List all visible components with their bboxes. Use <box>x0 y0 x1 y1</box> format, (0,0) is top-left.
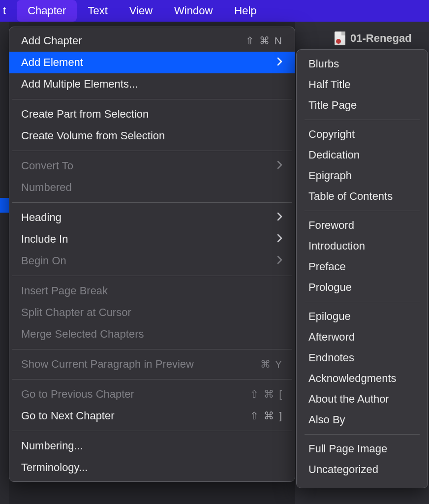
menu-separator <box>12 349 292 349</box>
submenu-item-also-by[interactable]: Also By <box>297 410 428 430</box>
submenu-item-label: About the Author <box>308 393 389 406</box>
submenu-item-label: Copyright <box>308 128 355 141</box>
menu-item-go-to-next-chapter[interactable]: Go to Next Chapter⇧ ⌘ ] <box>9 405 295 427</box>
submenu-item-title-page[interactable]: Title Page <box>297 95 428 116</box>
menu-item-label: Merge Selected Chapters <box>21 328 283 341</box>
submenu-item-label: Foreword <box>308 219 354 232</box>
submenu-item-acknowledgments[interactable]: Acknowledgments <box>297 368 428 389</box>
submenu-item-label: Blurbs <box>308 58 339 70</box>
menu-item-label: Convert To <box>21 159 274 172</box>
menu-item-label: Create Part from Selection <box>21 108 283 121</box>
submenu-item-label: Endnotes <box>308 351 354 364</box>
submenu-item-half-title[interactable]: Half Title <box>297 74 428 95</box>
menu-item-label: Split Chapter at Cursor <box>21 306 283 319</box>
menu-separator <box>12 276 292 276</box>
menu-item-window[interactable]: Window <box>163 0 223 22</box>
menu-item-heading[interactable]: Heading <box>9 207 295 228</box>
left-gutter <box>0 22 9 504</box>
submenu-item-prologue[interactable]: Prologue <box>297 277 428 298</box>
submenu-item-table-of-contents[interactable]: Table of Contents <box>297 186 428 207</box>
menu-item-text[interactable]: Text <box>77 0 118 22</box>
add-element-submenu: BlurbsHalf TitleTitle PageCopyrightDedic… <box>296 49 428 488</box>
menu-item-label: Go to Next Chapter <box>21 410 250 422</box>
menu-separator <box>12 151 292 151</box>
submenu-item-epilogue[interactable]: Epilogue <box>297 306 428 327</box>
menu-item-shortcut: ⌘ Y <box>260 358 283 370</box>
submenu-item-introduction[interactable]: Introduction <box>297 236 428 256</box>
sidebar-selection-indicator <box>0 198 9 213</box>
menu-item-convert-to: Convert To <box>9 155 295 177</box>
submenu-item-uncategorized[interactable]: Uncategorized <box>297 459 428 480</box>
submenu-indicator <box>274 211 283 224</box>
submenu-item-label: Epigraph <box>308 169 352 182</box>
menu-item-create-volume-from-selection[interactable]: Create Volume from Selection <box>9 125 295 147</box>
submenu-item-copyright[interactable]: Copyright <box>297 124 428 145</box>
submenu-item-label: Full Page Image <box>308 442 387 455</box>
menu-item-merge-selected-chapters: Merge Selected Chapters <box>9 323 295 345</box>
document-tab[interactable]: 01-Renegad <box>335 32 412 45</box>
menu-item-shortcut: ⇧ ⌘ [ <box>250 388 283 400</box>
menu-item-help[interactable]: Help <box>223 0 267 22</box>
submenu-item-about-the-author[interactable]: About the Author <box>297 389 428 410</box>
menu-item-include-in[interactable]: Include In <box>9 228 295 250</box>
submenu-item-label: Half Title <box>308 78 351 91</box>
submenu-item-epigraph[interactable]: Epigraph <box>297 165 428 186</box>
submenu-indicator <box>274 159 283 172</box>
submenu-item-label: Afterword <box>308 331 355 344</box>
submenu-item-dedication[interactable]: Dedication <box>297 145 428 165</box>
menu-item-label: Heading <box>21 211 274 224</box>
submenu-item-full-page-image[interactable]: Full Page Image <box>297 439 428 459</box>
submenu-item-afterword[interactable]: Afterword <box>297 327 428 347</box>
submenu-item-foreword[interactable]: Foreword <box>297 215 428 236</box>
menu-item-label: Add Element <box>21 56 274 69</box>
submenu-indicator <box>274 254 283 267</box>
submenu-item-preface[interactable]: Preface <box>297 256 428 277</box>
menu-item-shortcut: ⇧ ⌘ N <box>245 35 283 47</box>
submenu-item-endnotes[interactable]: Endnotes <box>297 347 428 368</box>
menu-item-truncated[interactable]: t <box>0 0 17 22</box>
menu-item-label: Add Chapter <box>21 34 245 47</box>
menu-item-label: Include In <box>21 233 274 246</box>
menu-item-add-chapter[interactable]: Add Chapter⇧ ⌘ N <box>9 30 295 52</box>
menu-item-label: Insert Page Break <box>21 284 283 297</box>
menu-item-label: Go to Previous Chapter <box>21 388 250 401</box>
menu-item-label: Show Current Paragraph in Preview <box>21 358 260 371</box>
submenu-separator <box>305 211 420 211</box>
menu-item-go-to-previous-chapter: Go to Previous Chapter⇧ ⌘ [ <box>9 383 295 405</box>
chevron-right-icon <box>277 212 283 221</box>
menu-item-numbering[interactable]: Numbering... <box>9 435 295 457</box>
menu-item-numbered: Numbered <box>9 177 295 198</box>
submenu-item-label: Dedication <box>308 149 360 161</box>
menu-item-split-chapter-at-cursor: Split Chapter at Cursor <box>9 302 295 323</box>
chevron-right-icon <box>277 160 283 169</box>
submenu-separator <box>305 434 420 435</box>
menu-item-label: Numbered <box>21 181 283 194</box>
menu-item-add-multiple-elements[interactable]: Add Multiple Elements... <box>9 73 295 95</box>
menu-item-terminology[interactable]: Terminology... <box>9 457 295 478</box>
submenu-item-label: Table of Contents <box>308 190 393 203</box>
menu-separator <box>12 379 292 379</box>
submenu-item-label: Also By <box>308 413 345 426</box>
submenu-indicator <box>274 56 283 69</box>
menu-item-shortcut: ⇧ ⌘ ] <box>250 410 283 422</box>
menu-separator <box>12 99 292 99</box>
chevron-right-icon <box>277 57 283 66</box>
menu-item-label: Begin On <box>21 254 274 267</box>
chevron-right-icon <box>277 255 283 264</box>
document-icon <box>335 32 345 45</box>
menu-item-show-current-paragraph-in-preview: Show Current Paragraph in Preview⌘ Y <box>9 353 295 375</box>
submenu-item-label: Uncategorized <box>308 463 378 476</box>
chapter-menu-dropdown: Add Chapter⇧ ⌘ NAdd ElementAdd Multiple … <box>9 27 295 482</box>
submenu-item-label: Preface <box>308 260 346 273</box>
menu-item-insert-page-break: Insert Page Break <box>9 280 295 302</box>
menu-item-label: Terminology... <box>21 461 283 474</box>
submenu-separator <box>305 302 420 302</box>
menu-item-view[interactable]: View <box>119 0 163 22</box>
menu-item-chapter[interactable]: Chapter <box>17 0 77 22</box>
chevron-right-icon <box>277 234 283 243</box>
menu-item-create-part-from-selection[interactable]: Create Part from Selection <box>9 103 295 125</box>
submenu-item-label: Epilogue <box>308 310 351 323</box>
submenu-item-blurbs[interactable]: Blurbs <box>297 54 428 74</box>
submenu-item-label: Title Page <box>308 99 357 112</box>
menu-item-add-element[interactable]: Add Element <box>9 52 295 73</box>
